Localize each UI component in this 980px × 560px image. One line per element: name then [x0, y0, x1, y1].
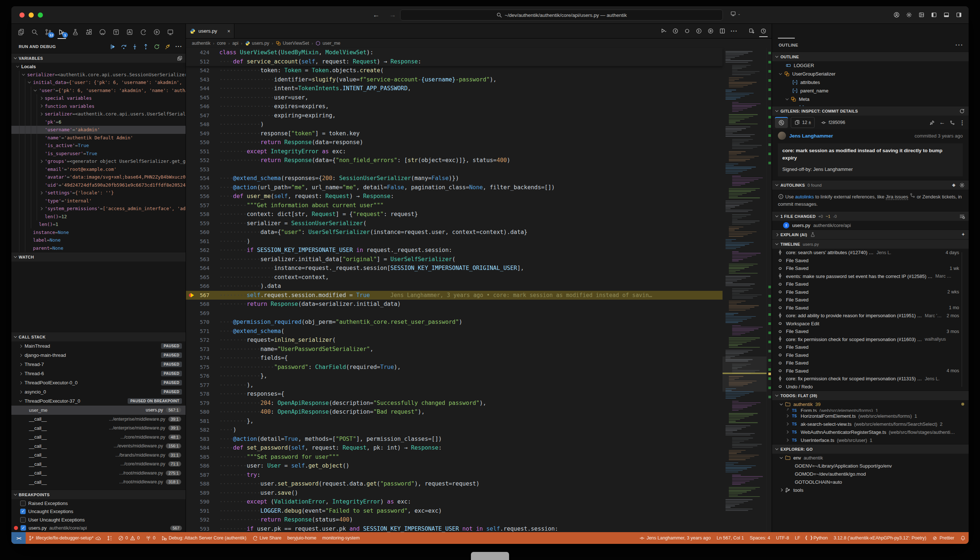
activity-item-y-square[interactable]	[109, 25, 123, 39]
activity-item-testing[interactable]	[68, 25, 82, 39]
status-item-live-share[interactable]: Live Share	[249, 532, 285, 544]
line-number[interactable]: 568	[186, 301, 210, 307]
autolink-add-icon[interactable]: ◆	[952, 183, 955, 187]
changed-file-row[interactable]: ± users.py authentik/core/api	[772, 221, 968, 230]
variable-row[interactable]: serializer = <authentik.core.api.users.S…	[12, 71, 186, 79]
debug-current-line-icon[interactable]	[189, 293, 194, 297]
status-item-0[interactable]: 0	[143, 532, 158, 544]
code-line-581[interactable]: 581········},	[186, 417, 723, 426]
activity-item-github[interactable]	[96, 25, 109, 39]
line-number[interactable]: 561	[186, 238, 210, 244]
variable-row[interactable]: 'pk' = 6	[12, 118, 186, 126]
line-number[interactable]: 578	[186, 391, 210, 397]
variable-row[interactable]: 'uid' = '49d24724dfa590a20fb5961e9c6673c…	[12, 181, 186, 189]
code-line-547[interactable]: 547················expiring=expiring,	[186, 111, 723, 120]
timeline-item[interactable]: core: fix permission check for scoped im…	[772, 335, 968, 343]
variable-row[interactable]: label = None	[12, 236, 186, 244]
code-line-582[interactable]: 582····)	[186, 425, 723, 435]
code-line-543[interactable]: 543················identifier=slugify(va…	[186, 75, 723, 84]
line-number[interactable]: 581	[186, 418, 210, 424]
panel-right-icon[interactable]	[956, 12, 962, 18]
autolinks-link[interactable]: autolinks	[795, 194, 814, 200]
code-line-590[interactable]: 590········except (ValidationError, Inte…	[186, 497, 723, 507]
panel-bottom-icon[interactable]	[943, 12, 950, 18]
breadcrumb-item[interactable]: core	[217, 41, 225, 46]
code-line-569[interactable]: 569	[186, 309, 723, 318]
code-line-586[interactable]: 586········user: User = self.get_object(…	[186, 462, 723, 470]
line-number[interactable]: 593	[186, 526, 210, 532]
go-env-row[interactable]: env authentik	[772, 453, 968, 462]
outline-section-header[interactable]: OUTLINE	[772, 52, 968, 61]
variable-row[interactable]: serializer = <authentik.core.api.users.U…	[12, 110, 186, 118]
timeline-section-header[interactable]: TIMELINE users.py	[772, 239, 968, 248]
line-number[interactable]: 592	[186, 517, 210, 523]
breakpoints-section-header[interactable]: BREAKPOINTS	[12, 490, 186, 499]
code-line-585[interactable]: 585········"""Set password for user"""	[186, 453, 723, 462]
go-tools-row[interactable]: tools	[772, 486, 968, 494]
line-number[interactable]: 554	[186, 175, 210, 181]
timeline-item[interactable]: File Saved	[772, 257, 968, 265]
variable-row[interactable]: len() = 12	[12, 213, 186, 221]
sticky-line[interactable]: 512····def service_account(self, request…	[186, 57, 723, 67]
code-line-575[interactable]: 575················"password": CharField…	[186, 363, 723, 372]
code-line-577[interactable]: 577········),	[186, 381, 723, 390]
code-line-550[interactable]: 550············return Response(data=resp…	[186, 138, 723, 147]
stack-frame-row[interactable]: __call__.../enterprise/middleware.py39:1	[12, 423, 186, 433]
minimap[interactable]	[723, 48, 767, 532]
code-line-546[interactable]: 546················expires=expires,	[186, 102, 723, 111]
line-number[interactable]: 570	[186, 319, 210, 325]
go-env-var[interactable]: GOMOD=~/dev/authentik/go.mod	[772, 470, 968, 478]
activity-item-source-control[interactable]: 12	[42, 25, 55, 39]
code-line-563[interactable]: 563············serializer.initial_data["…	[186, 255, 723, 264]
run-menu-icon[interactable]	[660, 28, 667, 34]
explorer-go-section-header[interactable]: EXPLORER: GO	[772, 444, 968, 453]
back-icon[interactable]: ←	[939, 119, 945, 126]
command-center-search[interactable]: ~/dev/authentik/authentik/core/api/users…	[400, 10, 723, 20]
nav-back-icon[interactable]: ←	[373, 11, 380, 19]
stack-frame-row[interactable]: __call__.../events/middleware.py156:1	[12, 442, 186, 451]
code-line-548[interactable]: 548············)	[186, 120, 723, 129]
code-line-545[interactable]: 545················user=user,	[186, 93, 723, 102]
variable-row[interactable]: 'user' = {'pk': 6, 'username': 'akadmin'…	[12, 87, 186, 95]
timeline-item[interactable]: File Saved	[772, 280, 968, 288]
jira-issues-link[interactable]: Jira issues	[886, 194, 908, 200]
status-item-lifecycle-fix-debugger-setup[interactable]: lifecycle/fix-debugger-setup*	[26, 532, 104, 544]
code-line-574[interactable]: 574············fields={	[186, 353, 723, 363]
line-number[interactable]: 580	[186, 409, 210, 415]
activity-item-remote-explorer[interactable]	[163, 25, 177, 39]
debug-step-into-icon[interactable]	[132, 43, 138, 50]
code-line-566[interactable]: 566············).data	[186, 282, 723, 291]
status-item-monitoring-system[interactable]: monitoring-system	[320, 532, 363, 544]
timeline-item[interactable]: Undo / Redo	[772, 383, 968, 391]
collapse-all-icon[interactable]	[177, 55, 183, 61]
variable-row[interactable]: 'settings' = {'locale': ''}	[12, 189, 186, 197]
activity-item-run-debug[interactable]: 1	[55, 25, 68, 39]
status-item-beryjuio-home[interactable]: beryjuio-home	[285, 532, 320, 544]
outline-item-model[interactable]: model	[772, 103, 968, 106]
pin-icon[interactable]	[929, 120, 935, 125]
code-line-544[interactable]: 544················intent=TokenIntents.I…	[186, 84, 723, 93]
todos-section-header[interactable]: TODOS: FLAT (39)	[772, 390, 968, 400]
timeline-item[interactable]: core: search users' attributes (#12740) …	[772, 248, 968, 257]
timeline-item[interactable]: File Saved3 mos	[772, 327, 968, 335]
variable-row[interactable]: 'is_active' = True	[12, 142, 186, 150]
activity-item-run-circle[interactable]	[150, 25, 163, 39]
status-item-utf-8[interactable]: UTF-8	[773, 532, 792, 544]
debug-step-over-icon[interactable]	[121, 43, 127, 50]
line-number[interactable]: 566	[186, 283, 210, 289]
debug-disconnect-icon[interactable]	[165, 43, 171, 50]
line-number[interactable]: 579	[186, 400, 210, 406]
stack-frame-row[interactable]: __call__.../enterprise/middleware.py39:1	[12, 415, 186, 424]
code-line-549[interactable]: 549············response["token"] = token…	[186, 129, 723, 138]
stack-frame-row[interactable]: user_meusers.py567:1	[12, 406, 186, 415]
code-line-589[interactable]: 589············user.save()	[186, 488, 723, 498]
code-line-552[interactable]: 552············return Response(data={"no…	[186, 156, 723, 165]
breakpoint-checkbox[interactable]: ✓	[20, 509, 26, 514]
activity-item-extensions[interactable]	[82, 25, 96, 39]
line-number[interactable]: 542	[186, 67, 210, 73]
more-h-icon[interactable]: ···	[176, 43, 182, 50]
breakpoint-row[interactable]: Raised Exceptions	[12, 499, 186, 508]
variable-row[interactable]: parent = None	[12, 244, 186, 252]
thread-row[interactable]: ThreadPoolExecutor-0_0PAUSED	[12, 378, 186, 387]
thread-row[interactable]: django-main-threadPAUSED	[12, 351, 186, 360]
